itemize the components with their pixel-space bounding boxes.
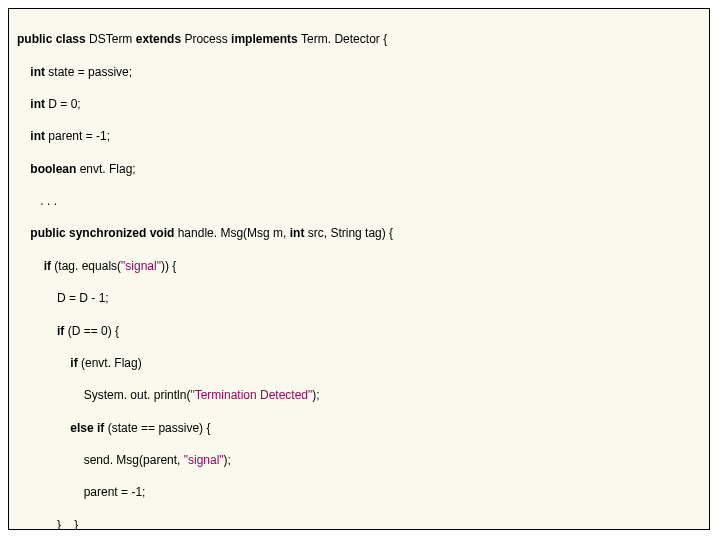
code-listing: public class DSTerm extends Process impl… [8, 8, 710, 530]
